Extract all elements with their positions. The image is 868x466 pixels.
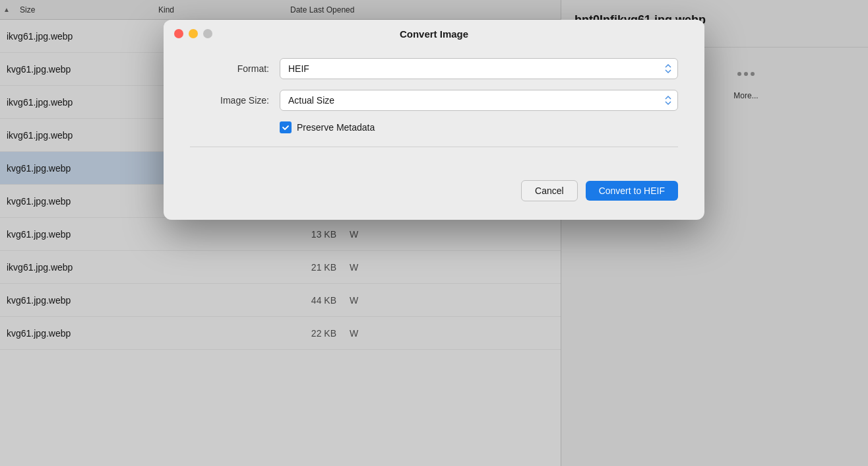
modal-footer: Cancel Convert to HEIF (164, 180, 704, 220)
image-size-select-wrapper: Actual Size Small Medium Large (280, 90, 678, 111)
modal-titlebar: Convert Image (164, 20, 704, 45)
close-button[interactable] (174, 29, 183, 38)
preserve-metadata-label: Preserve Metadata (297, 122, 375, 133)
minimize-button[interactable] (189, 29, 198, 38)
convert-button[interactable]: Convert to HEIF (586, 181, 678, 201)
window-controls (174, 29, 212, 38)
format-row: Format: HEIF JPEG PNG TIFF GIF PDF (190, 58, 678, 79)
preserve-metadata-row: Preserve Metadata (280, 121, 678, 133)
modal-divider (190, 147, 678, 147)
format-select[interactable]: HEIF JPEG PNG TIFF GIF PDF (280, 58, 678, 79)
image-size-select[interactable]: Actual Size Small Medium Large (280, 90, 678, 111)
maximize-button[interactable] (203, 29, 212, 38)
cancel-button[interactable]: Cancel (521, 180, 578, 201)
format-select-wrapper: HEIF JPEG PNG TIFF GIF PDF (280, 58, 678, 79)
preserve-metadata-checkbox[interactable] (280, 121, 292, 133)
image-size-row: Image Size: Actual Size Small Medium Lar… (190, 90, 678, 111)
modal-title: Convert Image (400, 28, 468, 40)
convert-image-dialog: Convert Image Format: HEIF JPEG PNG TIFF… (164, 20, 704, 220)
format-label: Format: (190, 63, 269, 74)
modal-body: Format: HEIF JPEG PNG TIFF GIF PDF (164, 45, 704, 180)
image-size-label: Image Size: (190, 95, 269, 106)
modal-overlay: Convert Image Format: HEIF JPEG PNG TIFF… (0, 0, 868, 466)
